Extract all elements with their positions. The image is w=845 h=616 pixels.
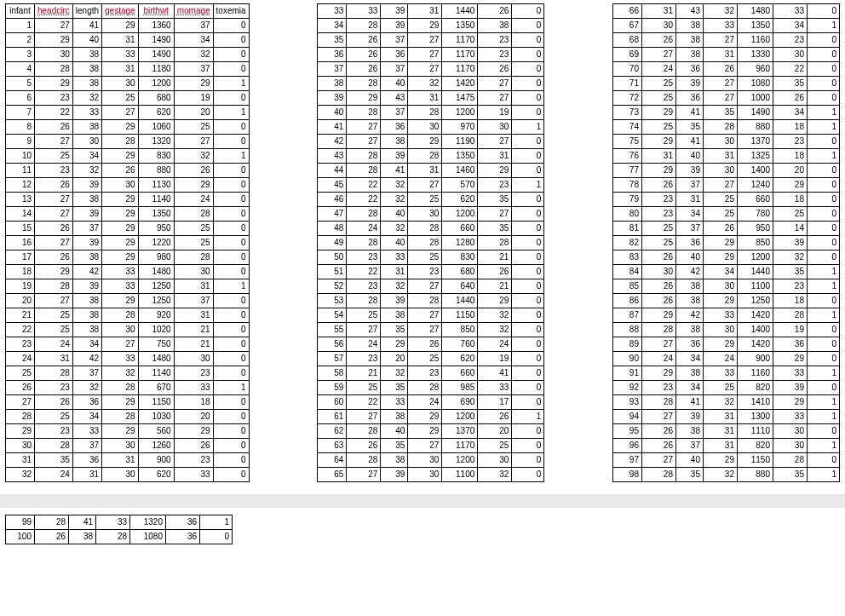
cell-length: 40 — [72, 33, 101, 48]
cell-birthwt: 1100 — [737, 279, 773, 294]
cell-birthwt: 1220 — [138, 236, 174, 250]
cell-length: 38 — [72, 250, 101, 265]
cell-momage: 27 — [478, 77, 512, 91]
cell-birthwt: 830 — [138, 149, 174, 164]
cell-birthwt: 1420 — [737, 337, 773, 352]
cell-length: 35 — [381, 323, 408, 337]
cell-toxemia: 0 — [213, 439, 249, 453]
cell-headcirc: 28 — [641, 395, 675, 410]
cell-infant: 91 — [612, 366, 641, 381]
page: infantheadcirclengthgestagebirthwtmomage… — [0, 0, 845, 491]
cell-toxemia: 0 — [807, 236, 839, 250]
cell-infant: 44 — [318, 164, 347, 178]
cell-length: 33 — [72, 106, 101, 120]
table-row: 80233425780250 — [612, 207, 839, 222]
cell-birthwt: 880 — [737, 120, 773, 135]
cell-gestage: 29 — [102, 222, 139, 236]
cell-infant: 4 — [6, 62, 35, 77]
cell-toxemia: 0 — [512, 352, 544, 366]
cell-gestage: 26 — [703, 62, 737, 77]
cell-gestage: 32 — [703, 395, 737, 410]
cell-headcirc: 30 — [35, 48, 73, 62]
cell-gestage: 32 — [408, 77, 442, 91]
cell-toxemia: 0 — [512, 395, 544, 410]
cell-birthwt: 1060 — [138, 120, 174, 135]
cell-gestage: 30 — [102, 323, 139, 337]
cell-headcirc: 26 — [35, 120, 73, 135]
cell-toxemia: 0 — [512, 279, 544, 294]
cell-infant: 1 — [6, 19, 35, 33]
cell-gestage: 29 — [102, 250, 139, 265]
cell-headcirc: 27 — [35, 135, 73, 149]
table-row: 392943311475270 — [318, 91, 544, 106]
cell-birthwt: 1170 — [442, 62, 478, 77]
table-row: 182942331480300 — [6, 265, 250, 279]
cell-toxemia: 0 — [512, 222, 544, 236]
cell-gestage: 29 — [703, 250, 737, 265]
table-row: 59253528985330 — [318, 381, 544, 395]
cell-infant: 100 — [6, 530, 35, 544]
cell-infant: 6 — [6, 91, 35, 106]
cell-toxemia: 0 — [512, 366, 544, 381]
cell-infant: 78 — [612, 178, 641, 193]
cell-gestage: 27 — [703, 77, 737, 91]
table-row: 22940311490340 — [6, 33, 250, 48]
table-row: 10253429830321 — [6, 149, 250, 164]
cell-momage: 20 — [174, 106, 213, 120]
cell-infant: 76 — [612, 149, 641, 164]
cell-birthwt: 1475 — [442, 91, 478, 106]
col-header-headcirc[interactable]: headcirc — [35, 4, 73, 19]
cell-headcirc: 27 — [347, 135, 381, 149]
cell-momage: 27 — [174, 135, 213, 149]
table-row: 58213223660410 — [318, 366, 544, 381]
table-row: 243142331480300 — [6, 352, 250, 366]
cell-toxemia: 0 — [213, 294, 249, 308]
cell-birthwt: 970 — [442, 120, 478, 135]
cell-toxemia: 0 — [213, 48, 249, 62]
col-header-birthwt[interactable]: birthwt — [138, 4, 174, 19]
table-row: 81253726950140 — [612, 222, 839, 236]
cell-infant: 47 — [318, 207, 347, 222]
cell-infant: 43 — [318, 149, 347, 164]
table-row: 302837301260260 — [6, 439, 250, 453]
cell-length: 38 — [675, 19, 703, 33]
cell-momage: 23 — [478, 48, 512, 62]
cell-length: 37 — [381, 62, 408, 77]
cell-gestage: 33 — [703, 19, 737, 33]
cell-headcirc: 23 — [35, 381, 73, 395]
cell-length: 39 — [675, 164, 703, 178]
col-header-gestage[interactable]: gestage — [102, 4, 139, 19]
cell-infant: 11 — [6, 164, 35, 178]
cell-toxemia: 0 — [213, 33, 249, 48]
cell-length: 39 — [72, 279, 101, 294]
table-row: 422738291190270 — [318, 135, 544, 149]
cell-headcirc: 24 — [35, 468, 73, 482]
cell-birthwt: 1350 — [737, 19, 773, 33]
cell-birthwt: 820 — [737, 439, 773, 453]
cell-headcirc: 30 — [641, 265, 675, 279]
cell-infant: 89 — [612, 337, 641, 352]
cell-infant: 7 — [6, 106, 35, 120]
cell-headcirc: 27 — [347, 120, 381, 135]
col-header-momage[interactable]: momage — [174, 4, 213, 19]
cell-toxemia: 0 — [512, 453, 544, 468]
table-row: 52233227640210 — [318, 279, 544, 294]
cell-toxemia: 0 — [807, 207, 839, 222]
cell-momage: 25 — [478, 439, 512, 453]
cell-headcirc: 33 — [347, 4, 381, 19]
cell-length: 33 — [381, 395, 408, 410]
table-row: 96263731820301 — [612, 439, 839, 453]
cell-momage: 27 — [478, 91, 512, 106]
cell-birthwt: 1130 — [138, 178, 174, 193]
cell-toxemia: 0 — [213, 250, 249, 265]
cell-momage: 23 — [174, 453, 213, 468]
cell-infant: 59 — [318, 381, 347, 395]
cell-infant: 65 — [318, 468, 347, 482]
cell-length: 32 — [381, 193, 408, 207]
cell-infant: 93 — [612, 395, 641, 410]
cell-length: 36 — [675, 236, 703, 250]
cell-momage: 29 — [773, 352, 807, 366]
cell-infant: 62 — [318, 424, 347, 439]
cell-birthwt: 1320 — [130, 515, 166, 530]
cell-toxemia: 0 — [807, 164, 839, 178]
